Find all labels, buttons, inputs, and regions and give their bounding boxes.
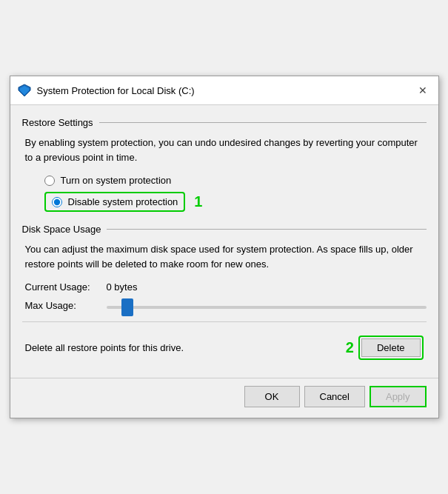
max-usage-slider[interactable] bbox=[107, 306, 427, 309]
delete-btn-container: 2 Delete bbox=[341, 336, 424, 360]
shield-icon bbox=[18, 84, 31, 97]
current-usage-value: 0 bytes bbox=[107, 281, 138, 293]
cancel-button[interactable]: Cancel bbox=[304, 386, 365, 407]
option1-label: Turn on system protection bbox=[61, 175, 172, 186]
option-disable[interactable]: Disable system protection bbox=[44, 192, 186, 212]
disk-section-header: Disk Space Usage bbox=[22, 224, 427, 235]
dialog-window: System Protection for Local Disk (C:) ✕ … bbox=[10, 76, 439, 418]
radio-group: Turn on system protection Disable system… bbox=[22, 175, 427, 212]
delete-button[interactable]: Delete bbox=[361, 338, 421, 357]
delete-btn-wrapper: Delete bbox=[358, 336, 424, 360]
radio-disable[interactable] bbox=[52, 197, 62, 207]
current-usage-label: Current Usage: bbox=[25, 281, 107, 293]
option-turn-on[interactable]: Turn on system protection bbox=[44, 175, 427, 186]
restore-section-line bbox=[99, 122, 427, 123]
delete-text: Delete all restore points for this drive… bbox=[25, 342, 184, 353]
restore-description: By enabling system protection, you can u… bbox=[22, 136, 427, 164]
radio-turn-on[interactable] bbox=[44, 176, 55, 186]
restore-section-title: Restore Settings bbox=[22, 117, 93, 128]
divider bbox=[22, 321, 427, 322]
title-bar: System Protection for Local Disk (C:) ✕ bbox=[10, 76, 438, 105]
slider-wrapper bbox=[107, 300, 427, 311]
disk-section-title: Disk Space Usage bbox=[22, 224, 101, 235]
apply-button[interactable]: Apply bbox=[370, 386, 427, 407]
ok-button[interactable]: OK bbox=[244, 386, 300, 407]
option2-label: Disable system protection bbox=[68, 196, 178, 207]
disk-description: You can adjust the maximum disk space us… bbox=[22, 242, 427, 271]
delete-row: Delete all restore points for this drive… bbox=[22, 328, 427, 367]
step1-badge: 1 bbox=[194, 193, 202, 210]
step2-badge: 2 bbox=[346, 339, 354, 356]
dialog-body: Restore Settings By enabling system prot… bbox=[10, 105, 438, 375]
close-button[interactable]: ✕ bbox=[415, 82, 431, 99]
disk-section: Disk Space Usage You can adjust the maxi… bbox=[22, 224, 427, 311]
max-usage-label: Max Usage: bbox=[25, 300, 107, 311]
disk-section-line bbox=[107, 229, 426, 230]
footer-buttons: OK Cancel Apply bbox=[10, 378, 438, 418]
max-usage-row: Max Usage: bbox=[22, 300, 427, 311]
window-title: System Protection for Local Disk (C:) bbox=[37, 85, 195, 96]
option2-row: Disable system protection 1 bbox=[44, 192, 427, 212]
title-bar-left: System Protection for Local Disk (C:) bbox=[18, 84, 195, 97]
restore-section-header: Restore Settings bbox=[22, 117, 427, 128]
current-usage-row: Current Usage: 0 bytes bbox=[22, 281, 427, 293]
